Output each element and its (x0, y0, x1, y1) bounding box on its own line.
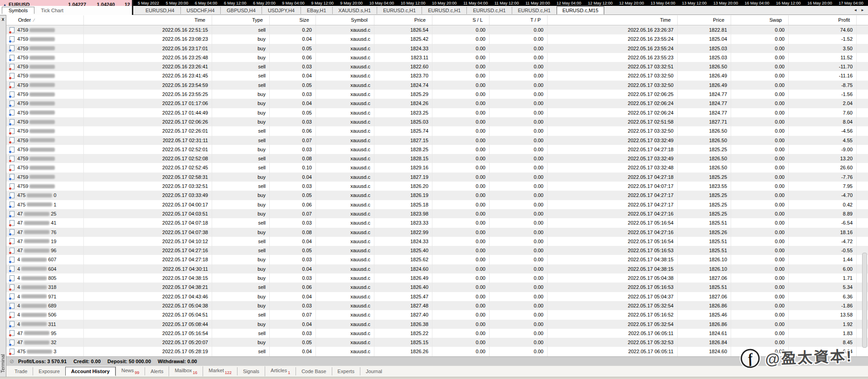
cell-close-price: 1826.10 (678, 255, 731, 264)
table-row[interactable]: 4759 2022.05.16 22:51:15 sell 0.20 xauus… (6, 25, 868, 34)
table-row[interactable]: 4 805 2022.05.17 04:38:15 buy 0.03 xauus… (6, 273, 868, 283)
table-row[interactable]: 4759 2022.05.17 02:52:01 buy 0.03 xauusd… (6, 145, 868, 154)
terminal-tab[interactable]: Experts (332, 367, 360, 375)
table-row[interactable]: 4759 2022.05.17 01:44:49 buy 0.05 xauusd… (6, 108, 868, 117)
table-row[interactable]: 4759 2022.05.16 23:26:41 sell 0.03 xauus… (6, 62, 868, 71)
order-doc-icon (10, 64, 15, 70)
cell-swap: 0.00 (731, 173, 789, 182)
column-header[interactable]: Symbol (316, 15, 374, 25)
vertical-scrollbar-thumb[interactable] (862, 253, 867, 348)
column-header[interactable]: Order∕ (6, 15, 84, 25)
cell-size: 0.08 (270, 154, 316, 163)
terminal-tab[interactable]: Trade (9, 367, 33, 375)
column-header[interactable]: T / P (490, 15, 548, 25)
chart-tab[interactable]: USDCHF,H4 (180, 7, 221, 14)
table-row[interactable]: 47 95 2022.05.17 05:16:54 sell 0.03 xauu… (6, 329, 868, 338)
chart-tab[interactable]: EURUSD.c,M15 (557, 6, 604, 14)
column-header[interactable]: Price (678, 15, 731, 25)
table-row[interactable]: 4 689 2022.05.17 05:04:38 buy 0.03 xauus… (6, 301, 868, 310)
chart-tab[interactable]: EURUSD.c,H1 (466, 7, 511, 14)
table-row[interactable]: 4759 2022.05.17 03:32:51 sell 0.03 xauus… (6, 182, 868, 191)
chart-tab[interactable]: EURUSD,H4 (140, 7, 180, 14)
cell-open-price: 1827.40 (374, 310, 432, 319)
cell-order: 4759 (6, 71, 84, 80)
table-row[interactable]: 4759 2022.05.16 23:25:48 buy 0.06 xauusd… (6, 53, 868, 62)
chart-tab[interactable]: EURUSD.c,H1 (422, 7, 466, 14)
time-axis-label: 11 May 12:00 (495, 1, 519, 5)
cell-order: 4759 (6, 154, 84, 163)
cell-swap: 0.00 (731, 310, 789, 319)
column-header[interactable]: Price (374, 15, 432, 25)
market-watch-quote-row[interactable]: ▲EURUSD 1.04227 1.04240 12 (0, 0, 133, 6)
table-row[interactable]: 47 41 2022.05.17 04:07:18 sell 0.03 xauu… (6, 218, 868, 227)
table-row[interactable]: 4759 2022.05.17 02:52:45 sell 0.10 xauus… (6, 163, 868, 172)
table-row[interactable]: 4759 2022.05.16 23:17:01 buy 0.05 xauusd… (6, 44, 868, 53)
cell-open-price: 1826.40 (374, 283, 432, 292)
cell-size: 0.04 (270, 71, 316, 80)
chart-tab[interactable]: EURUSD.c,H1 (512, 7, 557, 14)
table-row[interactable]: 4 506 2022.05.17 05:04:51 sell 0.07 xauu… (6, 310, 868, 319)
cell-open-time: 2022.05.17 05:20:07 (84, 338, 212, 347)
chart-tab[interactable]: EBay,H1 (301, 7, 332, 14)
terminal-tab[interactable]: Code Base (296, 367, 331, 375)
table-row[interactable]: 4759 2022.05.17 02:52:08 sell 0.08 xauus… (6, 154, 868, 163)
table-row[interactable]: 4 604 2022.05.17 04:30:11 buy 0.04 xauus… (6, 264, 868, 273)
table-row[interactable]: 475 1 2022.05.17 04:00:17 buy 0.06 xauus… (6, 200, 868, 209)
chart-tab[interactable]: EURUSD.c,H1 (377, 7, 422, 14)
column-header[interactable]: S / L (432, 15, 490, 25)
scroll-tabs-left-icon[interactable]: ◄ (853, 8, 857, 12)
table-row[interactable]: 4759 2022.05.17 02:06:26 buy 0.03 xauusd… (6, 117, 868, 126)
terminal-tab[interactable]: Market122 (203, 366, 237, 376)
table-row[interactable]: 47 76 2022.05.17 04:07:38 buy 0.08 xauus… (6, 228, 868, 237)
table-row[interactable]: 475 3 2022.05.17 05:28:19 sell 0.04 xauu… (6, 347, 868, 356)
terminal-tab[interactable]: Journal (360, 367, 388, 375)
column-header[interactable]: Time (84, 15, 212, 25)
cell-order: 4759 (6, 90, 84, 99)
chart-tab[interactable]: USDJPY,H4 (262, 7, 301, 14)
table-row[interactable]: 4759 2022.05.16 23:08:23 buy 0.04 xauusd… (6, 34, 868, 43)
chart-tab[interactable]: GBPUSD,H4 (220, 7, 262, 14)
table-row[interactable]: 4759 2022.05.17 01:17:06 buy 0.04 xauusd… (6, 99, 868, 108)
table-row[interactable]: 4759 2022.05.17 02:26:01 sell 0.06 xauus… (6, 126, 868, 135)
cell-open-time: 2022.05.17 02:58:31 (84, 173, 212, 182)
cell-size: 0.05 (270, 108, 316, 117)
time-axis-label: 13 May 20:00 (713, 1, 738, 5)
table-row[interactable]: 4 607 2022.05.17 04:27:18 buy 0.03 xauus… (6, 255, 868, 264)
terminal-tab[interactable]: Account History (65, 367, 116, 376)
table-row[interactable]: 4 311 2022.05.17 05:08:44 buy 0.04 xauus… (6, 320, 868, 329)
table-row[interactable]: 4 318 2022.05.17 04:38:21 sell 0.06 xauu… (6, 283, 868, 292)
time-axis-label: 12 May 04:00 (557, 1, 582, 5)
terminal-tab[interactable]: Exposure (33, 367, 65, 375)
table-row[interactable]: 47 25 2022.05.17 04:03:51 buy 0.07 xauus… (6, 209, 868, 218)
table-row[interactable]: 4759 2022.05.16 23:41:45 sell 0.04 xauus… (6, 71, 868, 80)
table-row[interactable]: 47 96 2022.05.17 04:27:16 sell 0.05 xauu… (6, 246, 868, 255)
terminal-tab[interactable]: Mailbox16 (169, 366, 203, 376)
cell-open-time: 2022.05.17 04:07:18 (84, 218, 212, 227)
column-header[interactable]: Swap (731, 15, 789, 25)
table-row[interactable]: 47 19 2022.05.17 04:10:12 sell 0.04 xauu… (6, 237, 868, 246)
terminal-tab[interactable]: Signals (237, 367, 265, 375)
chart-tab[interactable]: XAUUSD.s,H1 (332, 7, 377, 14)
column-header[interactable]: Time (548, 15, 678, 25)
scroll-tabs-right-icon[interactable]: ► (861, 8, 864, 12)
cell-swap: 0.00 (731, 126, 789, 135)
column-header[interactable]: Profit (789, 15, 857, 25)
cell-order: 4759 (6, 53, 84, 62)
table-row[interactable]: 47 32 2022.05.17 05:20:07 buy 0.05 xauus… (6, 338, 868, 347)
column-header[interactable]: Size (270, 15, 316, 25)
table-row[interactable]: 4759 2022.05.17 02:58:31 buy 0.04 xauusd… (6, 173, 868, 182)
terminal-tab[interactable]: News99 (116, 366, 145, 376)
table-row[interactable]: 4759 2022.05.16 23:54:59 sell 0.05 xauus… (6, 81, 868, 90)
table-row[interactable]: 4759 2022.05.17 02:31:11 sell 0.07 xauus… (6, 136, 868, 145)
market-watch-tab[interactable]: Symbols (2, 7, 34, 14)
table-row[interactable]: 475 0 2022.05.17 03:33:49 buy 0.05 xauus… (6, 191, 868, 200)
terminal-tab[interactable]: Alerts (145, 367, 169, 375)
time-axis-label: 10 May 20:00 (432, 1, 457, 5)
column-header[interactable]: Type (212, 15, 270, 25)
terminal-tab[interactable]: Articles1 (265, 366, 296, 376)
table-row[interactable]: 4 971 2022.05.17 04:43:46 buy 0.04 xauus… (6, 292, 868, 301)
close-terminal-icon[interactable]: x (0, 17, 6, 22)
market-watch-tab[interactable]: Tick Chart (34, 7, 70, 14)
table-row[interactable]: 4759 2022.05.16 23:55:25 buy 0.03 xauusd… (6, 90, 868, 99)
cell-close-price: 1825.46 (678, 310, 731, 319)
